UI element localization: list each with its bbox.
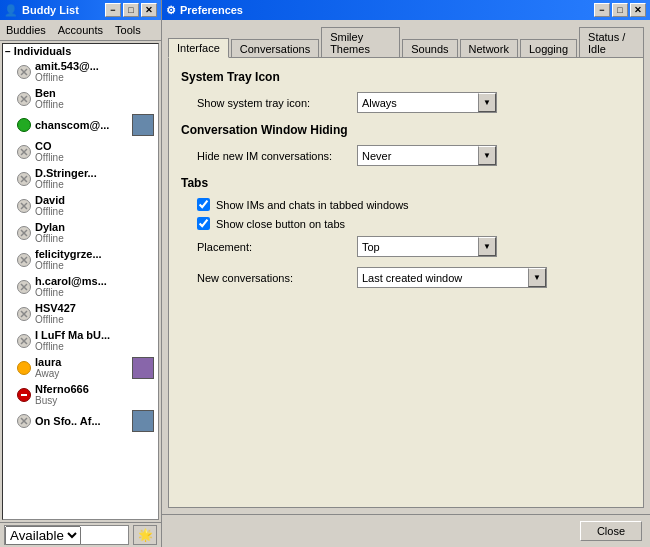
buddy-item[interactable]: amit.543@...Offline — [3, 58, 158, 85]
buddy-info: h.carol@ms...Offline — [35, 275, 154, 298]
buddy-status-icon — [17, 253, 31, 267]
buddy-item[interactable]: HSV427Offline — [3, 300, 158, 327]
buddy-status-icon — [17, 388, 31, 402]
buddy-status-text: Offline — [35, 152, 154, 163]
buddy-item[interactable]: lauraAway — [3, 354, 158, 381]
buddy-name: felicitygrze... — [35, 248, 154, 260]
buddy-maximize-button[interactable]: □ — [123, 3, 139, 17]
buddy-status-text: Offline — [35, 314, 154, 325]
buddy-item[interactable]: D.Stringer...Offline — [3, 165, 158, 192]
tab-conversations[interactable]: Conversations — [231, 39, 319, 58]
buddy-item[interactable]: COOffline — [3, 138, 158, 165]
show-close-checkbox[interactable] — [197, 217, 210, 230]
group-arrow: − — [5, 46, 11, 57]
new-conv-label: New conversations: — [197, 272, 357, 284]
buddy-item[interactable]: chanscom@... — [3, 112, 158, 138]
buddy-item[interactable]: DavidOffline — [3, 192, 158, 219]
placement-label: Placement: — [197, 241, 357, 253]
placement-select[interactable]: Top Bottom Left Right — [358, 237, 478, 256]
buddy-status-text: Away — [35, 368, 130, 379]
tab-interface[interactable]: Interface — [168, 38, 229, 58]
buddy-status-icon — [17, 361, 31, 375]
show-close-label: Show close button on tabs — [216, 218, 345, 230]
hide-im-select[interactable]: Never Always When away — [358, 146, 478, 165]
status-select-wrapper[interactable]: Available Away Busy Offline — [4, 525, 129, 545]
show-tabs-checkbox[interactable] — [197, 198, 210, 211]
buddy-status-text: Offline — [35, 179, 154, 190]
buddy-item[interactable]: BenOffline — [3, 85, 158, 112]
buddy-item[interactable]: felicitygrze...Offline — [3, 246, 158, 273]
buddy-item[interactable]: On Sfo.. Af... — [3, 408, 158, 434]
buddy-info: On Sfo.. Af... — [35, 415, 130, 427]
buddy-info: D.Stringer...Offline — [35, 167, 154, 190]
buddy-name: chanscom@... — [35, 119, 130, 131]
prefs-footer: Close — [162, 514, 650, 547]
buddy-item[interactable]: I LuFf Ma bU...Offline — [3, 327, 158, 354]
hide-im-arrow[interactable]: ▼ — [478, 146, 496, 165]
buddy-info: amit.543@...Offline — [35, 60, 154, 83]
menu-tools[interactable]: Tools — [109, 22, 147, 38]
menu-buddies[interactable]: Buddies — [0, 22, 52, 38]
hide-im-select-wrapper[interactable]: Never Always When away ▼ — [357, 145, 497, 166]
buddy-status-text: Offline — [35, 260, 154, 271]
show-tray-select-wrapper[interactable]: Always Only when minimized Never ▼ — [357, 92, 497, 113]
show-tray-select[interactable]: Always Only when minimized Never — [358, 93, 478, 112]
buddy-avatar — [132, 114, 154, 136]
buddy-status-icon — [17, 414, 31, 428]
buddy-list-icon: 👤 — [4, 4, 18, 17]
hide-im-label: Hide new IM conversations: — [197, 150, 357, 162]
placement-select-wrapper[interactable]: Top Bottom Left Right ▼ — [357, 236, 497, 257]
buddy-name: On Sfo.. Af... — [35, 415, 130, 427]
hide-im-row: Hide new IM conversations: Never Always … — [181, 145, 631, 166]
new-conv-row: New conversations: Last created window N… — [181, 267, 631, 288]
tab-status-idle[interactable]: Status / Idle — [579, 27, 644, 58]
buddy-name: I LuFf Ma bU... — [35, 329, 154, 341]
new-conv-arrow[interactable]: ▼ — [528, 268, 546, 287]
group-header-individuals[interactable]: − Individuals — [3, 44, 158, 58]
buddy-name: amit.543@... — [35, 60, 154, 72]
tab-smiley-themes[interactable]: Smiley Themes — [321, 27, 400, 58]
prefs-minimize-button[interactable]: − — [594, 3, 610, 17]
tab-network[interactable]: Network — [460, 39, 518, 58]
prefs-close-button[interactable]: ✕ — [630, 3, 646, 17]
buddy-close-button[interactable]: ✕ — [141, 3, 157, 17]
show-tabs-row: Show IMs and chats in tabbed windows — [181, 198, 631, 211]
prefs-content-area: System Tray Icon Show system tray icon: … — [168, 57, 644, 508]
buddy-name: laura — [35, 356, 130, 368]
prefs-title-bar: ⚙ Preferences − □ ✕ — [162, 0, 650, 20]
buddy-name: David — [35, 194, 154, 206]
show-tray-row: Show system tray icon: Always Only when … — [181, 92, 631, 113]
buddy-status-icon — [17, 226, 31, 240]
buddy-status-icon — [17, 280, 31, 294]
buddy-info: DylanOffline — [35, 221, 154, 244]
buddy-name: Dylan — [35, 221, 154, 233]
buddy-info: DavidOffline — [35, 194, 154, 217]
buddy-name: Ben — [35, 87, 154, 99]
buddy-status-icon — [17, 118, 31, 132]
buddy-info: BenOffline — [35, 87, 154, 110]
placement-arrow[interactable]: ▼ — [478, 237, 496, 256]
status-select[interactable]: Available Away Busy Offline — [5, 526, 81, 545]
buddy-status-icon — [17, 199, 31, 213]
buddy-info: Nferno666Busy — [35, 383, 154, 406]
new-conv-select-wrapper[interactable]: Last created window New window Always ne… — [357, 267, 547, 288]
new-conv-select[interactable]: Last created window New window Always ne… — [358, 268, 528, 287]
buddy-status-icon — [17, 65, 31, 79]
buddy-item[interactable]: DylanOffline — [3, 219, 158, 246]
buddy-list-title: Buddy List — [22, 4, 79, 16]
tab-logging[interactable]: Logging — [520, 39, 577, 58]
tab-sounds[interactable]: Sounds — [402, 39, 457, 58]
buddy-info: I LuFf Ma bU...Offline — [35, 329, 154, 352]
prefs-title: Preferences — [180, 4, 243, 16]
buddy-item[interactable]: Nferno666Busy — [3, 381, 158, 408]
show-tray-arrow[interactable]: ▼ — [478, 93, 496, 112]
placement-row: Placement: Top Bottom Left Right ▼ — [181, 236, 631, 257]
prefs-maximize-button[interactable]: □ — [612, 3, 628, 17]
buddy-status-text: Busy — [35, 395, 154, 406]
menu-accounts[interactable]: Accounts — [52, 22, 109, 38]
buddy-item[interactable]: h.carol@ms...Offline — [3, 273, 158, 300]
buddy-minimize-button[interactable]: − — [105, 3, 121, 17]
close-button[interactable]: Close — [580, 521, 642, 541]
tab-bar: Interface Conversations Smiley Themes So… — [168, 26, 644, 57]
mood-button[interactable]: 🌟 — [133, 525, 157, 545]
